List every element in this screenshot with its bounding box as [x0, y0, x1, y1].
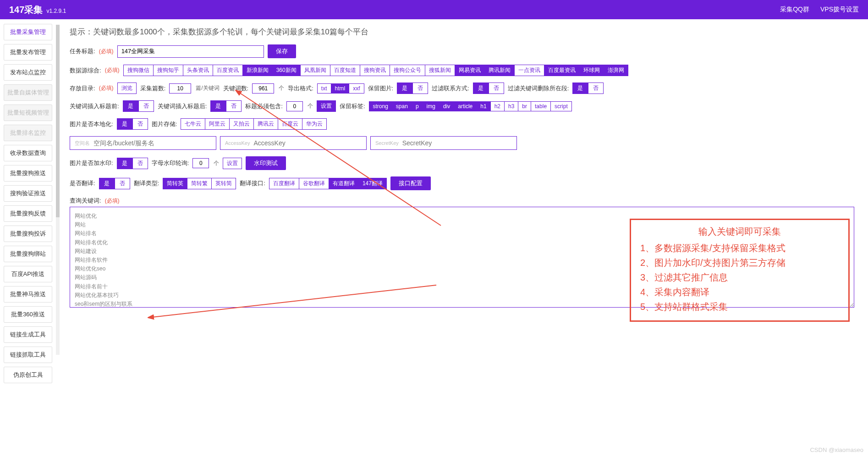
- sidebar-item-11[interactable]: 批量搜狗绑站: [4, 246, 52, 262]
- source-tag-3[interactable]: 百度资讯: [213, 65, 243, 76]
- kw-after-no[interactable]: 否: [226, 100, 242, 112]
- sidebar-item-1[interactable]: 批量发布管理: [4, 44, 52, 61]
- source-tag-13[interactable]: 一点资讯: [515, 65, 544, 76]
- keeptag-3[interactable]: img: [423, 101, 439, 111]
- kw-count-input[interactable]: [252, 83, 274, 94]
- source-tag-11[interactable]: 网易资讯: [455, 65, 485, 76]
- source-tag-0[interactable]: 搜狗微信: [123, 65, 154, 76]
- save-button[interactable]: 保存: [268, 44, 296, 58]
- keeptag-10[interactable]: table: [531, 101, 551, 111]
- task-title-input[interactable]: [117, 45, 264, 58]
- sidebar-item-6[interactable]: 收录数据查询: [4, 145, 52, 161]
- exportfmt-tag-0[interactable]: txt: [317, 83, 331, 94]
- transiface-tag-1[interactable]: 谷歌翻译: [299, 178, 329, 189]
- accesskey-input[interactable]: [253, 139, 362, 147]
- source-tag-12[interactable]: 腾讯新闻: [485, 65, 515, 76]
- exportfmt-tag-2[interactable]: xxf: [349, 83, 364, 94]
- browse-button[interactable]: 浏览: [117, 83, 137, 94]
- translate-yes[interactable]: 是: [99, 178, 115, 189]
- source-tag-7[interactable]: 百度知道: [330, 65, 360, 76]
- keeptag-0[interactable]: strong: [369, 101, 392, 111]
- bucket-input[interactable]: [93, 139, 211, 147]
- img-local-no[interactable]: 否: [132, 118, 148, 130]
- sidebar-scrollbar-thumb[interactable]: [56, 25, 60, 217]
- sidebar-item-16[interactable]: 链接抓取工具: [4, 347, 52, 363]
- source-tag-2[interactable]: 头条资讯: [183, 65, 213, 76]
- sidebar-item-10[interactable]: 批量搜狗投诉: [4, 226, 52, 242]
- kw-before-yes[interactable]: 是: [123, 100, 138, 112]
- transiface-tag-0[interactable]: 百度翻译: [269, 178, 299, 189]
- imgstore-tag-5[interactable]: 华为云: [302, 118, 327, 130]
- source-tag-1[interactable]: 搜狗知乎: [154, 65, 183, 76]
- filter-contact-toggle[interactable]: 是否: [473, 83, 504, 94]
- sidebar-scrollbar[interactable]: [56, 25, 60, 355]
- sidebar-item-12[interactable]: 百度API推送: [4, 266, 52, 282]
- title-must-count-input[interactable]: [286, 101, 303, 111]
- translate-toggle[interactable]: 是否: [99, 178, 130, 189]
- keeptag-11[interactable]: script: [551, 101, 572, 111]
- sidebar-item-0[interactable]: 批量采集管理: [4, 24, 52, 40]
- keeptag-5[interactable]: article: [454, 101, 477, 111]
- keywords-textarea[interactable]: [70, 207, 854, 308]
- source-tag-9[interactable]: 搜狗公众号: [390, 65, 425, 76]
- imgstore-tag-1[interactable]: 阿里云: [205, 118, 230, 130]
- kw-after-title-toggle[interactable]: 是否: [210, 100, 242, 112]
- img-local-toggle[interactable]: 是否: [117, 118, 148, 130]
- imgstore-tag-3[interactable]: 腾讯云: [254, 118, 278, 130]
- imgstore-tag-4[interactable]: 百度云: [278, 118, 302, 130]
- secretkey-input[interactable]: [402, 139, 512, 147]
- source-tag-4[interactable]: 新浪新闻: [243, 65, 273, 76]
- filter-kw-para-toggle[interactable]: 是否: [572, 83, 604, 94]
- transtype-tag-0[interactable]: 简转英: [163, 178, 187, 189]
- imgstore-tag-2[interactable]: 又拍云: [230, 118, 254, 130]
- kw-before-title-toggle[interactable]: 是否: [123, 100, 154, 112]
- keeptag-4[interactable]: div: [439, 101, 454, 111]
- keeptag-8[interactable]: h3: [505, 101, 518, 111]
- sidebar-item-14[interactable]: 批量360推送: [4, 306, 52, 323]
- collect-count-input[interactable]: [169, 83, 191, 94]
- watermark-set-button[interactable]: 设置: [223, 158, 242, 169]
- iface-config-button[interactable]: 接口配置: [390, 176, 431, 190]
- translate-no[interactable]: 否: [115, 178, 130, 189]
- watermark-toggle[interactable]: 是否: [117, 158, 148, 169]
- imgstore-tag-0[interactable]: 七牛云: [181, 118, 205, 130]
- keeptag-2[interactable]: p: [412, 101, 423, 111]
- title-must-set-button[interactable]: 设置: [317, 100, 336, 112]
- keeptag-1[interactable]: span: [392, 101, 412, 111]
- source-tag-14[interactable]: 百度最资讯: [544, 65, 580, 76]
- exportfmt-tag-1[interactable]: html: [331, 83, 350, 94]
- filter-contact-yes[interactable]: 是: [473, 83, 489, 94]
- img-local-yes[interactable]: 是: [117, 118, 132, 130]
- sidebar-item-15[interactable]: 链接生成工具: [4, 326, 52, 343]
- transiface-tag-3[interactable]: 147翻译: [359, 178, 387, 189]
- sidebar-item-2[interactable]: 发布站点监控: [4, 64, 52, 81]
- sidebar-item-13[interactable]: 批量神马推送: [4, 286, 52, 303]
- sidebar-item-9[interactable]: 批量搜狗反馈: [4, 205, 52, 222]
- filter-kw-para-yes[interactable]: 是: [572, 83, 588, 94]
- source-tag-15[interactable]: 环球网: [580, 65, 604, 76]
- watermark-test-button[interactable]: 水印测试: [246, 156, 286, 170]
- link-vps-settings[interactable]: VPS拨号设置: [820, 6, 859, 14]
- kw-before-no[interactable]: 否: [138, 100, 154, 112]
- sidebar-item-7[interactable]: 批量搜狗推送: [4, 165, 52, 182]
- keeptag-6[interactable]: h1: [477, 101, 490, 111]
- transiface-tag-2[interactable]: 有道翻译: [329, 178, 359, 189]
- filter-contact-no[interactable]: 否: [489, 83, 504, 94]
- keep-image-toggle[interactable]: 是否: [397, 83, 428, 94]
- source-tag-6[interactable]: 凤凰新闻: [301, 65, 330, 76]
- transtype-tag-1[interactable]: 简转繁: [187, 178, 212, 189]
- source-tag-10[interactable]: 搜狐新闻: [425, 65, 455, 76]
- filter-kw-para-no[interactable]: 否: [588, 83, 604, 94]
- source-tag-5[interactable]: 360新闻: [273, 65, 301, 76]
- sidebar-item-17[interactable]: 伪原创工具: [4, 367, 52, 383]
- watermark-no[interactable]: 否: [132, 158, 148, 169]
- sidebar-item-8[interactable]: 搜狗验证推送: [4, 185, 52, 202]
- transtype-tag-2[interactable]: 英转简: [212, 178, 236, 189]
- keeptag-9[interactable]: br: [518, 101, 531, 111]
- keep-image-yes[interactable]: 是: [397, 83, 412, 94]
- keeptag-7[interactable]: h2: [491, 101, 505, 111]
- link-qq-group[interactable]: 采集QQ群: [780, 6, 809, 14]
- watermark-yes[interactable]: 是: [117, 158, 132, 169]
- keep-image-no[interactable]: 否: [412, 83, 428, 94]
- source-tag-8[interactable]: 搜狗资讯: [360, 65, 390, 76]
